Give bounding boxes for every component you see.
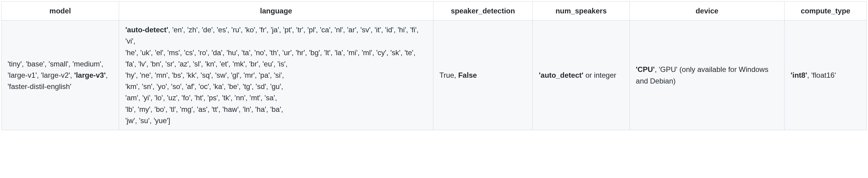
cell-num-speakers: 'auto_detect' or integer [533, 21, 629, 130]
header-speaker-detection: speaker_detection [433, 2, 533, 21]
header-device: device [629, 2, 784, 21]
table-row: 'tiny', 'base', 'small', 'medium', 'larg… [2, 21, 867, 130]
header-num-speakers: num_speakers [533, 2, 629, 21]
cell-model: 'tiny', 'base', 'small', 'medium', 'larg… [2, 21, 119, 130]
header-model: model [2, 2, 119, 21]
header-row: model language speaker_detection num_spe… [2, 2, 867, 21]
cell-compute-type: 'int8', 'float16' [784, 21, 867, 130]
parameters-table: model language speaker_detection num_spe… [1, 1, 867, 130]
cell-speaker-detection: True, False [433, 21, 533, 130]
cell-language: 'auto-detect', 'en', 'zh', 'de', 'es', '… [119, 21, 433, 130]
header-compute-type: compute_type [784, 2, 867, 21]
cell-device: 'CPU', 'GPU' (only available for Windows… [629, 21, 784, 130]
header-language: language [119, 2, 433, 21]
